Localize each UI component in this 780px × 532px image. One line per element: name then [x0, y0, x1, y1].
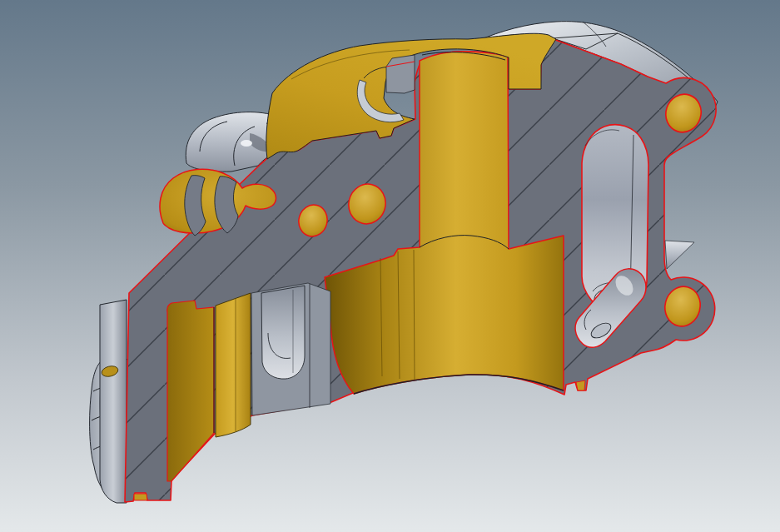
- foot-gold-notch: [134, 494, 147, 500]
- foot-outer-cylinder: [100, 300, 127, 503]
- web-rib-slot: [251, 283, 330, 415]
- model-scene: [0, 0, 780, 532]
- recess-cut-block: [386, 55, 415, 93]
- gold-wall-right: [216, 293, 251, 437]
- rib-slot-window: [261, 286, 305, 379]
- gold-sliver-bottom-right: [576, 380, 585, 390]
- cad-viewport[interactable]: [0, 0, 780, 532]
